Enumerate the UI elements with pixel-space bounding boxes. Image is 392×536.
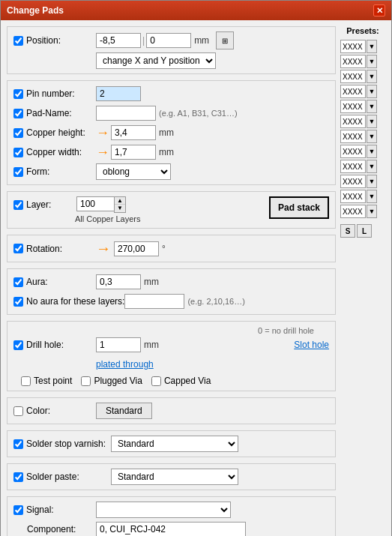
- component-label: Component:: [13, 524, 96, 535]
- position-y-input[interactable]: [146, 33, 191, 48]
- preset-input-4[interactable]: [340, 100, 366, 113]
- no-aura-checkbox-label[interactable]: No aura for these layers:: [13, 296, 124, 307]
- preset-input-11[interactable]: [340, 205, 366, 218]
- drill-hole-checkbox-label[interactable]: Drill hole:: [13, 340, 96, 350]
- solder-paste-select[interactable]: Standard None Custom: [111, 469, 238, 485]
- grid-button[interactable]: ⊞: [216, 31, 234, 49]
- layer-section: Layer: ▲ ▼ All Copper Layers: [7, 191, 336, 229]
- preset-arrow-10[interactable]: ▼: [367, 190, 377, 203]
- no-aura-checkbox[interactable]: [13, 297, 23, 307]
- preset-arrow-0[interactable]: ▼: [367, 40, 377, 53]
- color-checkbox[interactable]: [13, 406, 23, 416]
- position-dropdown[interactable]: change X and Y position change X positio…: [96, 52, 216, 69]
- preset-arrow-4[interactable]: ▼: [367, 100, 377, 113]
- preset-input-10[interactable]: [340, 190, 366, 203]
- rotation-checkbox[interactable]: [13, 244, 23, 253]
- slot-hole-link[interactable]: Slot hole: [294, 340, 329, 350]
- position-checkbox[interactable]: [13, 36, 23, 46]
- copper-height-input[interactable]: [111, 125, 156, 140]
- layer-down-arrow[interactable]: ▼: [115, 205, 125, 212]
- preset-input-8[interactable]: [340, 160, 366, 173]
- preset-input-0[interactable]: [340, 40, 366, 53]
- preset-arrow-3[interactable]: ▼: [367, 85, 377, 98]
- drill-hole-input[interactable]: [96, 337, 141, 352]
- layer-label: Layer:: [26, 199, 51, 210]
- pin-number-input[interactable]: [96, 86, 141, 101]
- pad-name-checkbox[interactable]: [13, 109, 23, 118]
- layer-checkbox-label[interactable]: Layer:: [13, 199, 73, 210]
- preset-arrow-9[interactable]: ▼: [367, 175, 377, 188]
- solder-paste-checkbox[interactable]: [13, 472, 23, 482]
- plated-through-link[interactable]: plated through: [96, 359, 154, 370]
- preset-arrow-11[interactable]: ▼: [367, 205, 377, 218]
- preset-input-6[interactable]: [340, 130, 366, 143]
- aura-input[interactable]: [96, 274, 141, 289]
- solder-stop-select[interactable]: Standard None Custom: [111, 436, 238, 452]
- preset-input-1[interactable]: [340, 55, 366, 68]
- pad-name-input[interactable]: [96, 106, 156, 121]
- position-checkbox-label[interactable]: Position:: [13, 35, 96, 46]
- layer-spin[interactable]: ▲ ▼: [76, 196, 126, 213]
- preset-input-9[interactable]: [340, 175, 366, 188]
- rotation-input[interactable]: [114, 241, 159, 256]
- drill-hole-checkbox[interactable]: [13, 340, 23, 350]
- preset-input-7[interactable]: [340, 145, 366, 158]
- layer-up-arrow[interactable]: ▲: [115, 197, 125, 205]
- test-point-checkbox[interactable]: [21, 376, 31, 386]
- position-separator: |: [142, 35, 145, 46]
- color-label: Color:: [26, 406, 50, 416]
- signal-select[interactable]: [96, 502, 231, 518]
- preset-row: ▼: [340, 130, 385, 143]
- via-row: Test point Plugged Via Capped Via: [13, 376, 329, 386]
- signal-checkbox[interactable]: [13, 505, 23, 515]
- preset-input-5[interactable]: [340, 115, 366, 128]
- pin-number-checkbox-label[interactable]: Pin number:: [13, 88, 96, 99]
- drill-hole-row: Drill hole: mm Slot hole: [13, 337, 329, 353]
- pad-stack-button[interactable]: Pad stack: [269, 196, 329, 219]
- rotation-checkbox-label[interactable]: Rotation:: [13, 244, 96, 254]
- preset-arrow-2[interactable]: ▼: [367, 70, 377, 83]
- s-button[interactable]: S: [340, 224, 355, 238]
- aura-checkbox[interactable]: [13, 277, 23, 287]
- layer-input[interactable]: [76, 196, 114, 211]
- l-button[interactable]: L: [357, 224, 372, 238]
- aura-label: Aura:: [26, 277, 48, 287]
- copper-height-checkbox[interactable]: [13, 128, 23, 138]
- no-aura-input[interactable]: [124, 294, 184, 309]
- solder-paste-checkbox-label[interactable]: Solder paste:: [13, 472, 111, 482]
- form-select[interactable]: oblong round square rectangle: [96, 163, 171, 180]
- solder-stop-checkbox-label[interactable]: Solder stop varnish:: [13, 439, 111, 449]
- form-checkbox-label[interactable]: Form:: [13, 166, 96, 177]
- preset-arrow-6[interactable]: ▼: [367, 130, 377, 143]
- position-x-input[interactable]: [96, 33, 141, 48]
- solder-paste-label: Solder paste:: [26, 472, 79, 482]
- component-input[interactable]: [96, 522, 246, 536]
- copper-height-checkbox-label[interactable]: Copper height:: [13, 127, 96, 138]
- plugged-via-checkbox[interactable]: [81, 376, 91, 386]
- preset-arrow-1[interactable]: ▼: [367, 55, 377, 68]
- close-button[interactable]: ✕: [373, 4, 385, 16]
- preset-arrow-7[interactable]: ▼: [367, 145, 377, 158]
- color-checkbox-label[interactable]: Color:: [13, 406, 96, 416]
- color-standard-button[interactable]: Standard: [96, 403, 152, 419]
- copper-width-checkbox[interactable]: [13, 148, 23, 157]
- preset-arrow-5[interactable]: ▼: [367, 115, 377, 128]
- capped-via-checkbox[interactable]: [151, 376, 161, 386]
- preset-row: ▼: [340, 205, 385, 218]
- preset-input-2[interactable]: [340, 70, 366, 83]
- pad-name-checkbox-label[interactable]: Pad-Name:: [13, 108, 96, 118]
- signal-checkbox-label[interactable]: Signal:: [13, 505, 96, 515]
- preset-row: ▼: [340, 175, 385, 188]
- aura-checkbox-label[interactable]: Aura:: [13, 277, 96, 287]
- position-label: Position:: [26, 35, 61, 46]
- left-panel: Position: | mm ⊞ change X and Y position…: [7, 26, 336, 536]
- preset-arrow-8[interactable]: ▼: [367, 160, 377, 173]
- pin-number-checkbox[interactable]: [13, 89, 23, 99]
- preset-input-3[interactable]: [340, 85, 366, 98]
- copper-width-checkbox-label[interactable]: Copper width:: [13, 147, 96, 157]
- form-checkbox[interactable]: [13, 167, 23, 177]
- solder-stop-checkbox[interactable]: [13, 439, 23, 449]
- solder-paste-row: Solder paste: Standard None Custom: [13, 469, 329, 485]
- layer-checkbox[interactable]: [13, 200, 23, 210]
- copper-width-input[interactable]: [111, 145, 156, 160]
